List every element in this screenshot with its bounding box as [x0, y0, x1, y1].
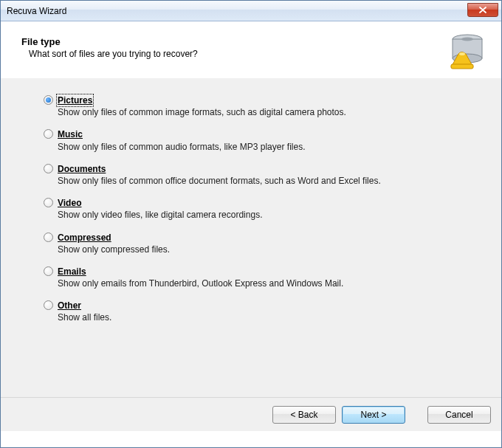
option-description: Show only video files, like digital came… — [58, 210, 262, 220]
option-compressed[interactable]: Compressed Show only compressed files. — [44, 232, 485, 255]
svg-rect-4 — [451, 64, 473, 69]
cancel-button[interactable]: Cancel — [427, 406, 491, 424]
option-text: Emails Show only emails from Thunderbird… — [58, 266, 343, 289]
option-label: Pictures — [58, 95, 92, 106]
option-label: Music — [58, 129, 83, 139]
page-title: File type — [21, 36, 198, 47]
window-title: Recuva Wizard — [7, 6, 66, 16]
radio-other[interactable] — [44, 300, 53, 310]
option-text: Other Show all files. — [58, 300, 111, 323]
wizard-header: File type What sort of files are you try… — [1, 21, 501, 77]
titlebar[interactable]: Recuva Wizard — [1, 1, 501, 21]
wizard-footer: < Back Next > Cancel — [1, 397, 501, 431]
option-text: Compressed Show only compressed files. — [58, 232, 170, 255]
option-label: Other — [58, 300, 81, 311]
radio-emails[interactable] — [44, 266, 53, 276]
option-music[interactable]: Music Show only files of common audio fo… — [44, 128, 485, 152]
option-video[interactable]: Video Show only video files, like digita… — [44, 197, 485, 221]
next-button[interactable]: Next > — [342, 406, 405, 424]
option-documents[interactable]: Documents Show only files of common offi… — [44, 163, 485, 187]
radio-documents[interactable] — [44, 164, 53, 173]
option-label: Documents — [58, 164, 106, 174]
radio-video[interactable] — [44, 198, 53, 207]
radio-pictures[interactable] — [44, 95, 53, 105]
option-pictures[interactable]: Pictures Show only files of common image… — [44, 94, 485, 118]
option-label: Emails — [58, 266, 86, 277]
option-emails[interactable]: Emails Show only emails from Thunderbird… — [44, 266, 485, 289]
option-label: Compressed — [58, 232, 111, 243]
option-text: Video Show only video files, like digita… — [58, 197, 262, 221]
option-description: Show only files of common audio formats,… — [58, 142, 305, 152]
option-description: Show only compressed files. — [58, 244, 170, 255]
option-other[interactable]: Other Show all files. — [44, 300, 485, 323]
recovery-icon — [447, 32, 485, 70]
option-text: Pictures Show only files of common image… — [58, 94, 346, 118]
option-label: Video — [58, 198, 81, 208]
close-button[interactable] — [467, 3, 498, 17]
header-text: File type What sort of files are you try… — [21, 32, 198, 59]
option-text: Music Show only files of common audio fo… — [58, 128, 305, 152]
option-text: Documents Show only files of common offi… — [58, 163, 381, 187]
option-description: Show only files of common office documen… — [58, 176, 381, 186]
svg-point-3 — [461, 38, 473, 41]
option-description: Show only files of common image formats,… — [58, 107, 346, 117]
radio-music[interactable] — [44, 129, 53, 139]
svg-point-5 — [459, 52, 465, 55]
option-description: Show only emails from Thunderbird, Outlo… — [58, 278, 343, 289]
radio-compressed[interactable] — [44, 232, 53, 242]
close-icon — [479, 7, 486, 13]
back-button[interactable]: < Back — [272, 406, 336, 424]
option-description: Show all files. — [58, 312, 111, 323]
page-description: What sort of files are you trying to rec… — [21, 49, 198, 59]
options-panel: Pictures Show only files of common image… — [1, 78, 501, 397]
